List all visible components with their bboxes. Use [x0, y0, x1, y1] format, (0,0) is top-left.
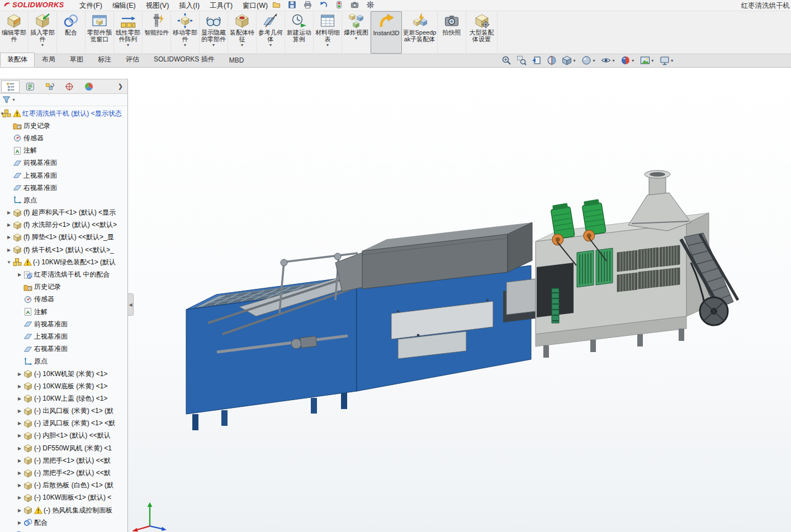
panel-tab-featuremanager[interactable]	[1, 80, 20, 93]
tree-item-9[interactable]: ▶ (f) 水洗部分<1> (默认) <<默认>	[0, 219, 127, 231]
expand-icon[interactable]: ▶	[16, 396, 23, 401]
expand-icon[interactable]: ▶	[16, 384, 23, 389]
tree-item-21[interactable]: ▶ (-) 10KW机架 (米黄) <1>	[0, 368, 127, 380]
hud-zoom-fit[interactable]	[501, 55, 511, 65]
tree-item-33[interactable]: ▶ 配合	[0, 516, 127, 529]
dropdown-caret-icon[interactable]: ▼	[269, 43, 273, 48]
tab-addins[interactable]: SOLIDWORKS 插件	[146, 53, 222, 67]
ribbon-button-component-preview-window[interactable]: 零部件预览窗口	[86, 11, 114, 54]
ribbon-button-large-assembly-settings[interactable]: 大型装配体设置	[466, 11, 498, 54]
dropdown-caret-icon[interactable]: ▼	[651, 59, 655, 63]
dropdown-caret-icon[interactable]: ▼	[670, 59, 674, 63]
undo-icon[interactable]	[319, 1, 328, 9]
ribbon-button-edit-component[interactable]: 编辑零部件	[0, 11, 29, 54]
tab-assembly[interactable]: 装配体	[0, 53, 35, 67]
tree-item-10[interactable]: ▶ (f) 脚垫<1> (默认) <<默认>_显	[0, 231, 127, 244]
tree-item-29[interactable]: ▶ (-) 黑把手<2> (默认) <<默	[0, 467, 127, 479]
tree-item-5[interactable]: 上视基准面	[0, 169, 127, 182]
rebuild-icon[interactable]	[335, 1, 343, 9]
hud-view-settings[interactable]: ▼	[660, 55, 674, 65]
hud-zoom-area[interactable]	[517, 55, 527, 65]
tree-item-26[interactable]: ▶ (-) 内胆<1> (默认) <<默认	[0, 430, 127, 442]
tree-item-20[interactable]: 原点	[0, 355, 127, 368]
hud-hide-show-items[interactable]: ▼	[601, 55, 615, 65]
expand-icon[interactable]: ▶	[16, 446, 23, 451]
tree-item-6[interactable]: 右视基准面	[0, 182, 127, 194]
tree-item-7[interactable]: 原点	[0, 194, 127, 206]
dropdown-caret-icon[interactable]: ▼	[183, 43, 187, 48]
ribbon-button-update-speedpak[interactable]: 更新Speedpak子装配体	[402, 11, 438, 54]
tree-item-16[interactable]: A 注解	[0, 306, 127, 318]
dropdown-caret-icon[interactable]: ▼	[612, 59, 615, 63]
expand-icon[interactable]: ▶	[16, 471, 23, 476]
tree-item-3[interactable]: A 注解	[0, 145, 127, 157]
tab-markup[interactable]: 标注	[91, 53, 119, 67]
dropdown-caret-icon[interactable]: ▼	[592, 59, 596, 63]
tree-item-17[interactable]: 前视基准面	[0, 318, 127, 330]
tree-item-1[interactable]: 历史记录	[0, 120, 127, 132]
ribbon-button-move-component[interactable]: 移动零部件 ▼	[171, 11, 200, 54]
panel-collapse-handle[interactable]: ◀	[128, 293, 134, 316]
dropdown-caret-icon[interactable]: ▼	[212, 43, 216, 48]
graphics-viewport[interactable]: ❯ ▼ ▼ 红枣清洗烘干机 (默认) <显示状态 历史记录 传感器	[0, 68, 791, 532]
tree-item-25[interactable]: ▶ (-) 进风口板 (米黄) <1> <默	[0, 417, 127, 430]
tree-item-34[interactable]	[0, 529, 127, 532]
dropdown-caret-icon[interactable]: ▼	[240, 43, 244, 48]
hud-edit-appearance[interactable]: ▼	[621, 55, 635, 65]
expand-icon[interactable]: ▶	[16, 421, 23, 426]
expand-icon[interactable]: ▶	[5, 222, 13, 227]
expand-icon[interactable]: ▶	[16, 520, 23, 525]
gear-icon[interactable]	[366, 1, 375, 9]
menu-tools[interactable]: 工具(T)	[205, 1, 238, 11]
collapse-icon[interactable]: ▼	[5, 260, 13, 265]
tree-item-14[interactable]: 历史记录	[0, 281, 127, 293]
tree-item-2[interactable]: 传感器	[0, 132, 127, 144]
expand-icon[interactable]: ▶	[5, 235, 13, 240]
filter-dropdown-caret-icon[interactable]: ▼	[12, 98, 16, 102]
ribbon-button-instant3d[interactable]: Instant3D	[371, 11, 402, 54]
tree-item-18[interactable]: 上视基准面	[0, 330, 127, 343]
menu-file[interactable]: 文件(F)	[74, 1, 107, 11]
menu-window[interactable]: 窗口(W)	[238, 1, 273, 11]
ribbon-button-take-snapshot[interactable]: 拍快照	[438, 11, 466, 54]
dropdown-caret-icon[interactable]: ▼	[572, 59, 576, 63]
dropdown-caret-icon[interactable]: ▼	[41, 43, 45, 48]
panel-tab-dimxpertmanager[interactable]	[60, 80, 78, 93]
print-icon[interactable]	[304, 1, 312, 9]
solidworks-logo[interactable]: SOLIDWORKS	[3, 1, 64, 9]
menu-view[interactable]: 视图(V)	[141, 1, 174, 11]
tree-item-28[interactable]: ▶ (-) 黑把手<1> (默认) <<默	[0, 454, 127, 467]
ribbon-button-new-motion-study[interactable]: 新建运动算例	[285, 11, 314, 54]
expand-icon[interactable]: ▶	[16, 495, 23, 500]
tab-evaluate[interactable]: 评估	[119, 53, 146, 67]
dropdown-caret-icon[interactable]: ▼	[631, 59, 635, 63]
expand-icon[interactable]: ▶	[16, 408, 23, 414]
expand-icon[interactable]: ▶	[16, 483, 23, 488]
expand-icon[interactable]: ▶	[16, 433, 23, 438]
dropdown-caret-icon[interactable]: ▼	[354, 36, 358, 41]
ribbon-button-linear-component-pattern[interactable]: 线性零部件阵列 ▼	[114, 11, 143, 54]
panel-expand-chevron-icon[interactable]: ❯	[115, 83, 126, 90]
panel-tab-propertymanager[interactable]	[21, 80, 39, 93]
hud-previous-view[interactable]	[532, 55, 542, 65]
menu-edit[interactable]: 编辑(E)	[107, 1, 141, 11]
panel-tab-displaymanager[interactable]	[79, 80, 98, 93]
dropdown-caret-icon[interactable]: ▼	[126, 43, 130, 48]
tab-sketch[interactable]: 草图	[63, 53, 91, 67]
tree-item-22[interactable]: ▶ (-) 10KW底板 (米黄) <1>	[0, 380, 127, 392]
tree-item-19[interactable]: 右视基准面	[0, 343, 127, 355]
ribbon-button-bill-of-materials[interactable]: 材料明细表 ▼	[314, 11, 342, 54]
ribbon-button-show-hidden-components[interactable]: 显示隐藏的零部件 ▼	[200, 11, 228, 54]
expand-icon[interactable]: ▶	[16, 508, 23, 513]
expand-icon[interactable]: ▶	[16, 272, 23, 277]
ribbon-button-assembly-features[interactable]: 装配体特征 ▼	[228, 11, 257, 54]
panel-tab-configurationmanager[interactable]	[40, 80, 59, 93]
expand-icon[interactable]: ▶	[16, 372, 23, 377]
tree-item-13[interactable]: ▶ 红枣清洗烘干机 中的配合	[0, 268, 127, 281]
tab-layout[interactable]: 布局	[35, 53, 63, 67]
expand-icon[interactable]: ▶	[5, 248, 13, 253]
tree-item-11[interactable]: ▶ (f) 烘干机<1> (默认) <<默认>_	[0, 244, 127, 256]
hud-apply-scene[interactable]: ▼	[640, 55, 655, 65]
hud-section-view[interactable]	[547, 55, 557, 65]
dropdown-caret-icon[interactable]: ▼	[326, 43, 330, 48]
